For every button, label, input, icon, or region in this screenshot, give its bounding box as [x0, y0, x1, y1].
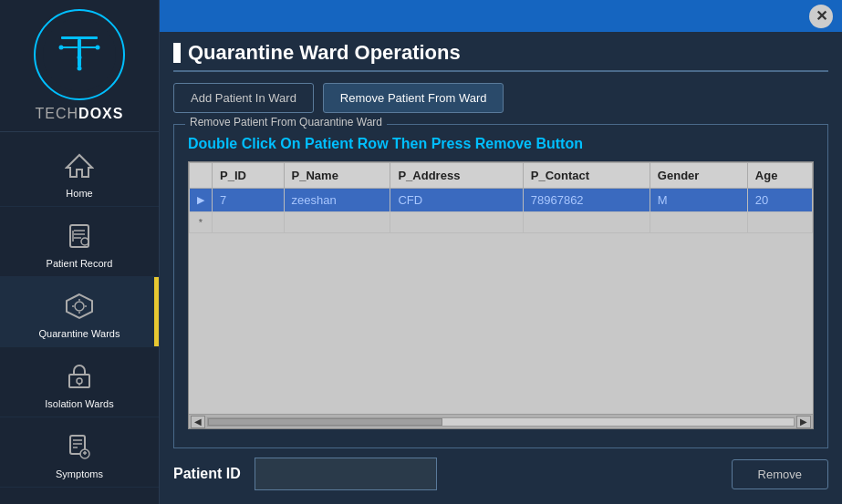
content-area: Quarantine Ward Operations Add Patient I… [160, 32, 842, 504]
brand-name: TECHDOXS [36, 106, 124, 122]
logo-svg [52, 27, 107, 82]
svg-marker-16 [67, 294, 92, 318]
logo [34, 9, 125, 100]
scrollbar-thumb[interactable] [208, 418, 442, 426]
sidebar-item-symptoms-label: Symptoms [56, 468, 103, 479]
svg-rect-2 [61, 46, 78, 48]
add-patient-button[interactable]: Add Patient In Ward [173, 83, 314, 113]
svg-marker-9 [67, 155, 92, 177]
sidebar-item-quarantine-label: Quarantine Wards [39, 328, 120, 339]
sidebar-item-isolation-label: Isolation Wards [45, 398, 113, 409]
patient-id-label: Patient ID [173, 466, 241, 482]
isolation-icon [61, 358, 98, 395]
sidebar-item-patient-record[interactable]: Patient Record [0, 207, 159, 277]
svg-rect-1 [78, 39, 81, 57]
svg-rect-7 [78, 57, 81, 67]
col-paddress: P_Address [390, 163, 523, 189]
sidebar-item-isolation[interactable]: Isolation Wards [0, 347, 159, 417]
main-content: ✕ Quarantine Ward Operations Add Patient… [160, 0, 842, 504]
patient-data-table: P_ID P_Name P_Address P_Contact Gender A… [189, 162, 813, 233]
sidebar-divider [0, 131, 159, 132]
svg-point-17 [75, 302, 84, 311]
scrollbar-track[interactable] [207, 417, 795, 427]
symptoms-icon [61, 428, 98, 465]
svg-point-8 [78, 67, 82, 71]
svg-point-14 [81, 238, 88, 245]
svg-point-4 [59, 46, 64, 50]
scroll-right-arrow[interactable]: ▶ [796, 416, 811, 428]
sidebar-item-home-label: Home [66, 188, 92, 199]
col-pcontact: P_Contact [523, 163, 650, 189]
close-button[interactable]: ✕ [809, 5, 833, 28]
col-gender: Gender [650, 163, 747, 189]
col-selector [190, 163, 213, 189]
topbar: ✕ [160, 0, 842, 32]
svg-point-5 [96, 46, 100, 50]
patient-table: P_ID P_Name P_Address P_Contact Gender A… [188, 161, 814, 429]
sidebar-item-symptoms[interactable]: Symptoms [0, 417, 159, 488]
sidebar: TECHDOXS Home Patient Record [0, 0, 160, 504]
bottom-row: Patient ID Remove [173, 458, 828, 490]
col-pid: P_ID [213, 163, 285, 189]
instruction-text: Double Click On Patient Row Then Press R… [188, 136, 814, 152]
table-row[interactable]: * [190, 212, 813, 233]
svg-rect-3 [81, 46, 98, 48]
sidebar-item-quarantine[interactable]: Quarantine Wards [0, 277, 159, 347]
col-pname: P_Name [284, 163, 390, 189]
svg-rect-0 [61, 36, 98, 39]
remove-patient-button[interactable]: Remove Patient From Ward [323, 83, 504, 113]
remove-submit-button[interactable]: Remove [732, 459, 828, 489]
col-age: Age [747, 163, 812, 189]
home-icon [61, 148, 98, 184]
logo-inner [43, 18, 116, 91]
patient-id-input[interactable] [255, 458, 437, 490]
action-buttons-row: Add Patient In Ward Remove Patient From … [173, 83, 828, 113]
table-row[interactable]: ▶7zeeshanCFD78967862M20 [190, 189, 813, 212]
table-body-wrapper[interactable]: P_ID P_Name P_Address P_Contact Gender A… [189, 162, 813, 414]
sidebar-item-home[interactable]: Home [0, 137, 159, 207]
quarantine-icon [61, 288, 98, 324]
active-bar [154, 277, 159, 346]
svg-point-23 [77, 378, 82, 384]
patient-record-icon [61, 218, 98, 254]
scroll-left-arrow[interactable]: ◀ [191, 416, 205, 428]
remove-section-legend: Remove Patient From Quarantine Ward [185, 116, 387, 129]
patient-id-section: Patient ID [173, 458, 437, 490]
page-title: Quarantine Ward Operations [173, 41, 828, 72]
sidebar-item-patient-label: Patient Record [47, 258, 113, 269]
remove-section: Remove Patient From Quarantine Ward Doub… [173, 124, 828, 448]
horizontal-scrollbar[interactable]: ◀ ▶ [189, 414, 813, 428]
